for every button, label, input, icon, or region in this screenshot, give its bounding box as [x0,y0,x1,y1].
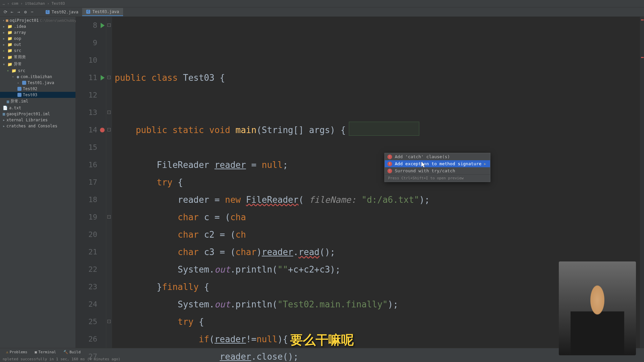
tree-libraries[interactable]: ▸ xternal Libraries [0,117,75,123]
tree-folder[interactable]: ▸ 📁 out [0,42,75,48]
tree-folder[interactable]: ▸ 📁 oop [0,36,75,42]
popup-item-surround[interactable]: ! Surround with try/catch [385,167,490,174]
terminal-tab[interactable]: ▣ Terminal [32,349,60,355]
project-tree[interactable]: ▾■ oqiProject01 C:\Users\webChubby ▸ 📁 .… [0,17,76,348]
bulb-icon: ! [387,155,392,159]
line-number: 11 [76,69,97,86]
code-line[interactable] [115,104,644,121]
line-number: 24 [76,296,97,313]
line-number: 20 [76,226,97,243]
popup-item-label: Add 'catch' clause(s) [395,154,450,159]
fold-column[interactable]: −−−−−− [106,17,112,348]
tab-test03[interactable]: C Test03.java [82,8,123,16]
line-number: 22 [76,261,97,278]
java-file-icon: C [86,10,90,14]
fold-toggle-icon[interactable]: − [107,215,111,219]
bulb-icon: ! [387,162,392,166]
error-stripe[interactable] [640,17,644,348]
tab-label: Test02.java [52,10,78,14]
problems-tab[interactable]: ⚠ Problems [3,349,31,355]
tree-iml-file[interactable]: ▦ 异常.iml [0,98,75,105]
line-number: 12 [76,86,97,104]
code-line[interactable] [115,86,644,104]
tree-java-file[interactable]: Test02 [0,86,75,92]
code-line[interactable]: public class Test03 { [115,69,644,86]
line-number: 21 [76,243,97,261]
line-number: 8 [76,17,97,34]
code-line[interactable]: public static void main(String[] args) { [115,121,644,139]
warning-icon: ⚠ [6,350,8,354]
tree-module[interactable]: ▾■ oqiProject01 C:\Users\webChubby [0,17,75,23]
line-number: 26 [76,330,97,348]
run-gutter-icon[interactable] [101,75,105,80]
line-number: 14 [76,121,97,139]
line-number: 23 [76,278,97,296]
minus-icon[interactable]: − [30,9,35,15]
code-line[interactable] [115,139,644,156]
chevron-right-icon: ▶ [484,162,486,166]
tree-folder[interactable]: ▸ 📁 array [0,29,75,36]
settings-icon[interactable]: ⚙ [23,9,28,15]
fold-toggle-icon[interactable]: − [107,76,111,79]
status-text: npleted successfully in 1 sec, 160 ms (4… [3,357,120,361]
tree-java-file-selected[interactable]: Test03 [0,92,75,98]
popup-item-label: Surround with try/catch [395,168,455,173]
line-number: 25 [76,313,97,330]
tree-src-folder[interactable]: ▸ 📁 src [0,48,75,54]
code-line[interactable]: reader = new FileReader( fileName: "d:/a… [115,191,644,208]
line-number: 19 [76,208,97,226]
code-line[interactable]: char c3 = (char)reader.read(); [115,243,644,261]
run-gutter-icon[interactable] [101,23,105,28]
tree-scratches[interactable]: ▸ cratches and Consoles [0,123,75,129]
terminal-icon: ▣ [35,350,37,354]
back-icon[interactable]: ← [9,9,15,15]
popup-hint: Press Ctrl+Shift+I to open preview [385,174,490,182]
code-line[interactable]: FileReader reader = null; [115,156,644,174]
line-number: 16 [76,156,97,174]
line-number: 18 [76,191,97,208]
tree-file[interactable]: 📄 a.txt [0,105,75,111]
error-gutter-icon[interactable] [100,128,105,132]
sync-icon[interactable]: ⟳ [3,9,8,15]
breadcrumb-bar: … › com › itbaizhan › Test03 [0,0,644,7]
hammer-icon: 🔨 [63,350,68,354]
mouse-cursor-icon [421,162,427,168]
editor-tabs: C Test02.java C Test03.java [42,8,123,16]
popup-item-add-exception[interactable]: ! Add exception to method signature ▶ [385,160,490,167]
webcam-overlay [559,261,636,355]
bulb-icon: ! [387,169,392,173]
tree-folder[interactable]: ▸ 📁 常用类 [0,54,75,61]
line-number: 9 [76,34,97,52]
tab-test02[interactable]: C Test02.java [42,8,82,16]
code-line[interactable]: char c2 = (ch [115,226,644,243]
line-number: 27 [76,348,97,362]
video-subtitle: 要么干嘛呢 [290,331,354,349]
tree-folder[interactable]: ▸ 📁 .idea [0,23,75,29]
line-number: 15 [76,139,97,156]
line-number: 13 [76,104,97,121]
fold-toggle-icon[interactable]: − [107,128,111,131]
line-gutter: 89101112131415161718192021222324252627 [76,17,106,348]
intention-popup[interactable]: ! Add 'catch' clause(s) ! Add exception … [384,153,490,182]
breadcrumb: … › com › itbaizhan › Test03 [3,1,65,6]
code-line[interactable]: try { [115,174,644,191]
tree-iml-file[interactable]: ▦ gaoqiProject01.iml [0,111,75,117]
tree-src-folder[interactable]: ▾ 📁 src [0,68,75,74]
line-number: 10 [76,52,97,69]
tree-java-file[interactable]: ▸ Test01.java [0,80,75,86]
btab-label: Terminal [38,350,56,354]
fold-toggle-icon[interactable]: − [107,23,111,27]
tab-label: Test03.java [92,9,119,14]
presenter-silhouette [571,282,624,355]
java-file-icon: C [46,10,50,14]
tree-folder[interactable]: ▾ 📁 异常 [0,61,75,68]
popup-item-add-catch[interactable]: ! Add 'catch' clause(s) [385,153,490,160]
tree-package[interactable]: ▾◉ com.itbaizhan [0,74,75,80]
fold-toggle-icon[interactable]: − [107,320,111,323]
fold-toggle-icon[interactable]: − [107,111,111,114]
btab-label: Problems [10,350,28,354]
forward-icon[interactable]: → [16,9,21,15]
popup-item-label: Add exception to method signature [395,161,481,166]
code-line[interactable]: char c = (cha [115,208,644,226]
line-number: 17 [76,174,97,191]
